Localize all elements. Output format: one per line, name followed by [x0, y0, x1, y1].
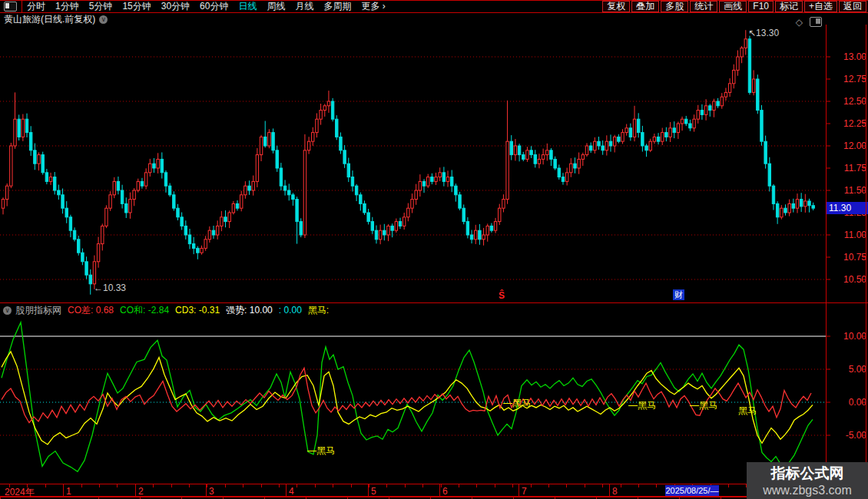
month-label: 8	[612, 486, 618, 497]
indicator-axis-label: 0.00	[831, 397, 866, 408]
indicator-header-item-5: 强势: 10.00	[226, 304, 273, 317]
watermark: 指标公式网 www.zbgs3.com	[747, 462, 868, 499]
week-tick	[638, 484, 639, 487]
date-axis-bar: 2024年 12345678 2025/08/25/—	[0, 484, 868, 497]
dividend-marker[interactable]: Ŝ	[499, 290, 505, 301]
price-axis-label: 12.75	[831, 74, 866, 84]
week-tick	[189, 484, 190, 487]
month-label: 6	[442, 486, 448, 497]
week-tick	[459, 484, 459, 487]
price-axis-label: 12.50	[831, 96, 866, 107]
month-label: 3	[209, 486, 214, 497]
indicator-axis-label: -5.00	[831, 430, 866, 441]
toolbar-button-1[interactable]: 复权	[602, 1, 630, 12]
period-tab-10[interactable]: 多周期	[323, 0, 351, 13]
week-tick	[243, 484, 244, 487]
week-tick	[585, 484, 585, 487]
month-divider	[609, 484, 610, 496]
week-tick	[495, 484, 495, 487]
month-divider	[286, 484, 287, 496]
indicator-header-item-1: 股朋指标网	[15, 304, 61, 317]
axis-border	[826, 25, 827, 495]
watermark-title: 指标公式网	[747, 464, 868, 484]
toolbar-button-7[interactable]: 标记	[775, 1, 803, 12]
price-axis-label: 13.00	[831, 51, 866, 62]
week-tick	[369, 484, 369, 487]
week-tick	[63, 484, 64, 487]
week-tick	[548, 484, 549, 487]
indicator-header-item-2: CO差: 0.68	[68, 304, 114, 317]
period-tab-5[interactable]: 30分钟	[161, 0, 190, 13]
current-price-tag: 11.30	[827, 202, 868, 214]
finance-report-marker[interactable]: 财	[673, 289, 684, 300]
indicator-axis-label: 10.00	[831, 331, 866, 342]
toolbar-button-9[interactable]: 返回	[839, 1, 866, 12]
toolbar-button-3[interactable]: 多股	[661, 1, 688, 12]
period-tab-1[interactable]: 分时	[27, 0, 45, 13]
toolbar-divider	[22, 1, 22, 12]
price-axis-label: 11.75	[831, 163, 866, 173]
toolbar-button-2[interactable]: 叠加	[631, 1, 659, 12]
period-tab-6[interactable]: 60分钟	[200, 0, 228, 13]
week-tick	[117, 484, 118, 487]
chevron-down-icon[interactable]: ∨	[3, 306, 12, 315]
week-tick	[81, 484, 82, 487]
toolbar-button-8[interactable]: +自选	[804, 1, 837, 12]
period-tab-3[interactable]: 5分钟	[89, 0, 113, 13]
price-axis-label: 10.75	[831, 252, 866, 263]
toolbar-button-4[interactable]: 统计	[690, 1, 717, 12]
week-tick	[386, 484, 387, 487]
week-tick	[405, 484, 406, 487]
week-tick	[602, 484, 603, 487]
indicator-axis-label: 5.00	[831, 364, 866, 375]
right-edge-border	[866, 25, 866, 484]
month-label: 2	[138, 486, 144, 497]
period-tab-2[interactable]: 1分钟	[55, 0, 79, 13]
period-tab-8[interactable]: 周线	[267, 0, 285, 13]
period-tab-9[interactable]: 月线	[295, 0, 313, 13]
indicator-chart[interactable]	[0, 317, 868, 484]
week-tick	[315, 484, 316, 487]
month-divider	[518, 484, 519, 496]
app-window: 分时1分钟5分钟15分钟30分钟60分钟日线周线月线多周期更多 › 复权叠加多股…	[0, 0, 868, 499]
week-tick	[621, 484, 621, 487]
toolbar-button-6[interactable]: F10	[748, 1, 774, 12]
week-tick	[99, 484, 100, 487]
period-tab-11[interactable]: 更多 ›	[361, 0, 385, 13]
week-tick	[656, 484, 657, 487]
week-tick	[441, 484, 442, 487]
month-label: 7	[522, 486, 527, 497]
week-tick	[566, 484, 567, 487]
week-tick	[531, 484, 532, 487]
week-tick	[171, 484, 172, 487]
week-tick	[153, 484, 154, 487]
period-tab-7[interactable]: 日线	[238, 0, 257, 13]
low-price-label: ←10.33	[94, 283, 126, 293]
week-tick	[422, 484, 423, 487]
week-tick	[333, 484, 333, 487]
week-tick	[27, 484, 28, 487]
top-toolbar: 分时1分钟5分钟15分钟30分钟60分钟日线周线月线多周期更多 › 复权叠加多股…	[0, 0, 868, 13]
month-label: 1	[66, 486, 71, 497]
week-tick	[297, 484, 297, 487]
week-tick	[207, 484, 207, 487]
toolbar-buttons: 复权叠加多股统计画线F10标记+自选返回	[601, 1, 866, 12]
indicator-header-item-4: CD3: -0.31	[175, 305, 220, 316]
chart-title: 黄山旅游(日线.前复权)	[4, 13, 95, 26]
price-axis-label: 10.50	[831, 274, 866, 285]
heima-signal-label: —黑马	[307, 444, 335, 458]
layout-icon[interactable]	[4, 2, 17, 12]
period-tab-4[interactable]: 15分钟	[122, 0, 151, 13]
heima-signal-label: —黑马	[690, 399, 717, 412]
week-tick	[135, 484, 136, 487]
indicator-header-item-3: CO和: -2.84	[120, 304, 169, 317]
chevron-down-icon[interactable]: ∨	[99, 15, 108, 24]
high-price-label: ↖13.30	[748, 28, 779, 38]
candlestick-chart[interactable]	[0, 25, 868, 302]
week-tick	[225, 484, 226, 487]
toolbar-button-5[interactable]: 画线	[719, 1, 747, 12]
week-tick	[728, 484, 729, 487]
week-tick	[279, 484, 280, 487]
period-tabs: 分时1分钟5分钟15分钟30分钟60分钟日线周线月线多周期更多 ›	[27, 0, 396, 13]
title-bar: 黄山旅游(日线.前复权) ∨	[0, 14, 868, 25]
